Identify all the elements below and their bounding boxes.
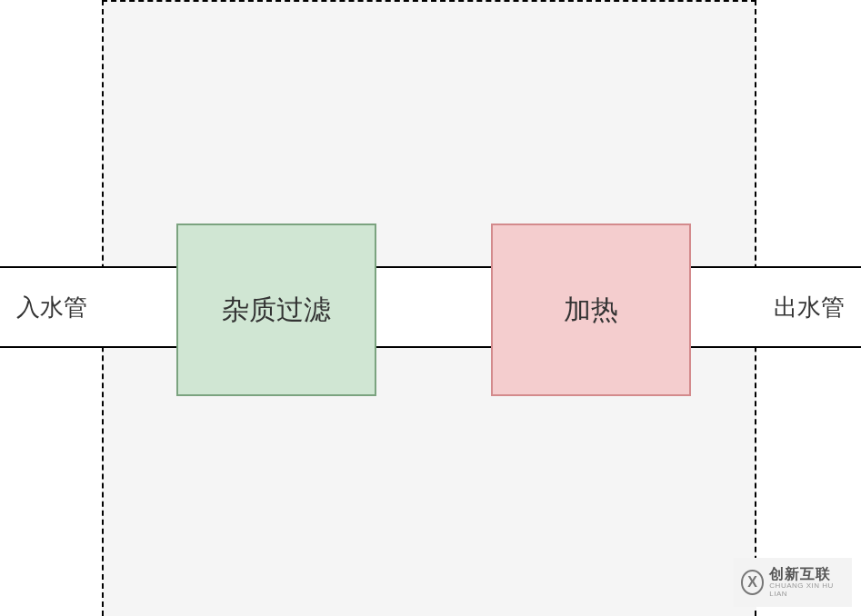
watermark-logo-text: X bbox=[747, 574, 757, 591]
filter-stage-box: 杂质过滤 bbox=[176, 224, 376, 396]
outlet-pipe-label: 出水管 bbox=[774, 292, 845, 323]
watermark-logo-icon: X bbox=[741, 570, 764, 595]
watermark-text-block: 创新互联 CHUANG XIN HU LIAN bbox=[769, 566, 845, 598]
watermark-sub: CHUANG XIN HU LIAN bbox=[769, 582, 845, 599]
filter-stage-label: 杂质过滤 bbox=[222, 292, 331, 329]
inlet-pipe: 入水管 bbox=[0, 266, 176, 348]
watermark-main: 创新互联 bbox=[769, 566, 845, 582]
heat-stage-box: 加热 bbox=[491, 224, 691, 396]
system-container-top-border bbox=[102, 0, 756, 2]
outlet-pipe: 出水管 bbox=[691, 266, 861, 348]
watermark: X 创新互联 CHUANG XIN HU LIAN bbox=[734, 558, 852, 607]
inlet-pipe-label: 入水管 bbox=[16, 292, 87, 323]
heat-stage-label: 加热 bbox=[564, 292, 618, 329]
mid-pipe bbox=[376, 266, 491, 348]
